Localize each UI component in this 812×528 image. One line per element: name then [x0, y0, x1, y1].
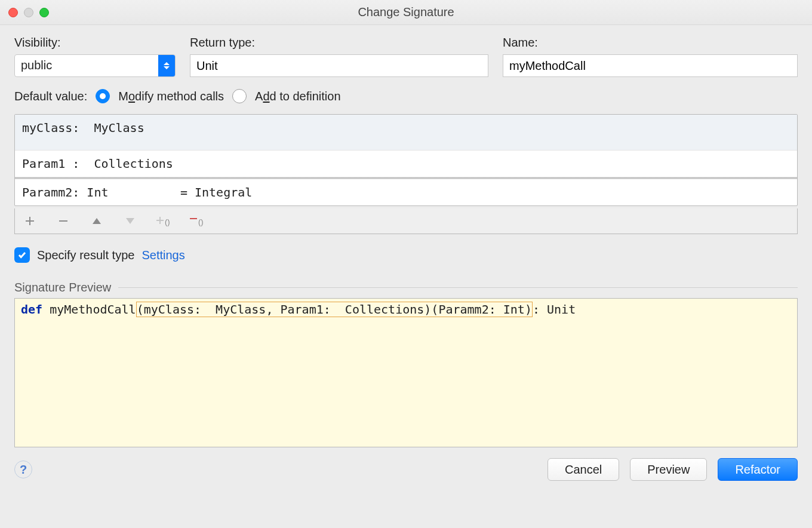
- minimize-window-button[interactable]: [24, 8, 33, 17]
- signature-preview-pane: def myMethodCall(myClass: MyClass, Param…: [14, 298, 798, 447]
- titlebar: Change Signature: [0, 0, 812, 25]
- add-parameter-button[interactable]: [22, 213, 38, 229]
- remove-clause-button[interactable]: (): [189, 213, 205, 229]
- window-title: Change Signature: [8, 5, 804, 19]
- preview-tail: : Unit: [533, 302, 576, 317]
- specify-result-type-label: Specify result type: [37, 248, 134, 262]
- zoom-window-button[interactable]: [39, 8, 49, 17]
- parameter-row[interactable]: myClass: MyClass: [15, 115, 797, 151]
- separator-line: [118, 287, 798, 288]
- name-field: Name:: [503, 36, 798, 77]
- preview-method-name: myMethodCall: [42, 302, 136, 317]
- name-input[interactable]: [503, 54, 798, 77]
- return-type-input[interactable]: [190, 54, 488, 77]
- return-type-label: Return type:: [190, 36, 488, 50]
- move-up-button[interactable]: [89, 213, 104, 229]
- new-clause-button[interactable]: (): [156, 213, 171, 229]
- svg-text:(): (): [165, 217, 170, 226]
- close-window-button[interactable]: [8, 8, 18, 17]
- preview-params-highlight: (myClass: MyClass, Param1: Collections)(…: [136, 302, 533, 317]
- settings-link[interactable]: Settings: [142, 248, 184, 262]
- remove-parameter-button[interactable]: [56, 213, 71, 229]
- window-controls: [8, 8, 49, 17]
- default-value-label: Default value:: [14, 90, 87, 103]
- cancel-button[interactable]: Cancel: [548, 458, 619, 481]
- add-to-definition-radio[interactable]: [232, 89, 247, 103]
- refactor-button[interactable]: Refactor: [718, 458, 798, 481]
- parameter-row[interactable]: Param1 : Collections: [15, 151, 797, 177]
- dropdown-arrows-icon: [158, 55, 175, 76]
- modify-method-calls-radio[interactable]: [96, 89, 110, 103]
- parameters-toolbar: () (): [14, 208, 798, 234]
- visibility-field: Visibility: public: [14, 36, 176, 77]
- preview-button[interactable]: Preview: [630, 458, 707, 481]
- help-button[interactable]: ?: [14, 461, 32, 478]
- visibility-value: public: [15, 55, 158, 76]
- move-down-button[interactable]: [122, 213, 138, 229]
- specify-result-type-checkbox[interactable]: [14, 247, 30, 263]
- name-label: Name:: [503, 36, 798, 50]
- keyword-def: def: [21, 302, 42, 317]
- parameters-table[interactable]: myClass: MyClass Param1 : Collections Pa…: [14, 114, 798, 206]
- visibility-label: Visibility:: [14, 36, 176, 50]
- add-to-definition-label: Add to definition: [255, 90, 340, 103]
- visibility-select[interactable]: public: [14, 54, 176, 77]
- return-type-field: Return type:: [190, 36, 488, 77]
- svg-text:(): (): [198, 217, 204, 226]
- modify-method-calls-label: Modify method calls: [118, 90, 224, 103]
- parameter-row[interactable]: Paramm2: Int = Integral: [15, 179, 797, 205]
- signature-preview-label: Signature Preview: [14, 281, 111, 294]
